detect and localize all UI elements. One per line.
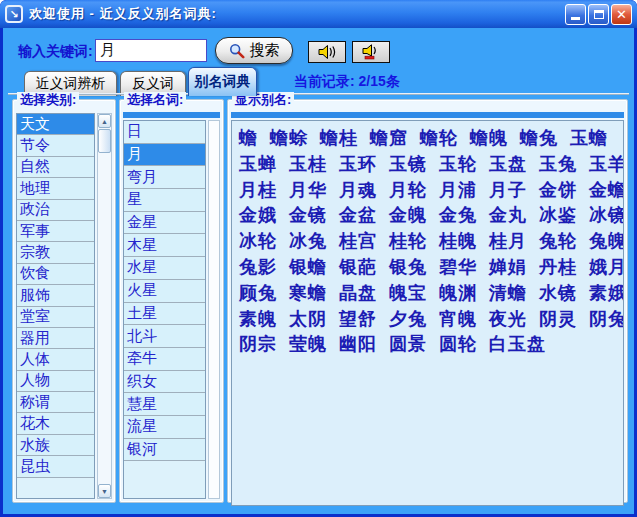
noun-item[interactable]: 星 bbox=[124, 189, 205, 212]
category-item[interactable]: 花木 bbox=[17, 413, 94, 434]
category-item[interactable]: 天文 bbox=[17, 114, 94, 135]
noun-item[interactable]: 织女 bbox=[124, 371, 205, 394]
category-item[interactable]: 水族 bbox=[17, 435, 94, 456]
speaker-mute-icon bbox=[361, 44, 381, 60]
scrollbar-thumb[interactable] bbox=[98, 129, 111, 153]
window-title: 欢迎使用 - 近义反义别名词典: bbox=[29, 5, 559, 23]
minimize-button[interactable] bbox=[565, 4, 586, 25]
record-status: 当前记录: 2/15条 bbox=[294, 73, 400, 91]
noun-legend: 选择名词: bbox=[124, 92, 186, 107]
category-item[interactable]: 饮食 bbox=[17, 264, 94, 285]
tab-alias-dictionary[interactable]: 别名词典 bbox=[188, 67, 257, 96]
scroll-down-icon[interactable]: ▼ bbox=[98, 484, 111, 498]
noun-item[interactable]: 金星 bbox=[124, 212, 205, 235]
magnifier-icon bbox=[229, 43, 245, 59]
category-scrollbar[interactable]: ▲ ▼ bbox=[97, 113, 112, 499]
category-item[interactable]: 服饰 bbox=[17, 285, 94, 306]
speaker-mute-button[interactable] bbox=[352, 41, 390, 63]
maximize-button[interactable] bbox=[588, 4, 609, 25]
alias-panel: 显示别名: 蟾 蟾蜍 蟾桂 蟾窟 蟾轮 蟾魄 蟾兔 玉蟾 玉蝉 玉桂 玉环 玉镜… bbox=[227, 99, 628, 503]
noun-scroll-track bbox=[208, 120, 220, 499]
category-item[interactable]: 自然 bbox=[17, 157, 94, 178]
noun-panel: 选择名词: 日 月 弯月 星 金星 木星 水星 火星 土星 北斗 牵牛 织女 慧… bbox=[119, 99, 224, 503]
alias-line: 玉蝉 玉桂 玉环 玉镜 玉轮 玉盘 玉兔 玉羊 bbox=[239, 152, 616, 178]
close-button[interactable]: ✕ bbox=[611, 4, 632, 25]
category-list: 天文 节令 自然 地理 政治 军事 宗教 饮食 服饰 堂室 器用 人体 人物 称… bbox=[16, 113, 95, 499]
category-item[interactable]: 堂室 bbox=[17, 307, 94, 328]
noun-item[interactable]: 木星 bbox=[124, 234, 205, 257]
speaker-icon bbox=[317, 44, 337, 60]
alias-line: 金娥 金镜 金盆 金魄 金兔 金丸 冰鉴 冰镜 bbox=[239, 203, 616, 229]
keyword-label: 输入关键词: bbox=[18, 43, 93, 61]
noun-item[interactable]: 银河 bbox=[124, 439, 205, 462]
titlebar: ↘ 欢迎使用 - 近义反义别名词典: ✕ bbox=[0, 0, 637, 28]
tabpage-top-edge bbox=[8, 93, 629, 95]
category-item[interactable]: 地理 bbox=[17, 178, 94, 199]
noun-item[interactable]: 弯月 bbox=[124, 166, 205, 189]
category-item[interactable]: 宗教 bbox=[17, 242, 94, 263]
search-button-label: 搜索 bbox=[250, 41, 280, 60]
app-icon: ↘ bbox=[5, 5, 23, 23]
scrollbar-track bbox=[98, 154, 111, 484]
noun-list: 日 月 弯月 星 金星 木星 水星 火星 土星 北斗 牵牛 织女 慧星 流星 银… bbox=[123, 120, 206, 499]
category-item[interactable]: 人体 bbox=[17, 349, 94, 370]
noun-item[interactable]: 月 bbox=[124, 144, 205, 167]
category-legend: 选择类别: bbox=[17, 92, 79, 107]
search-button[interactable]: 搜索 bbox=[215, 37, 293, 64]
category-item[interactable]: 器用 bbox=[17, 328, 94, 349]
category-panel: 选择类别: 天文 节令 自然 地理 政治 军事 宗教 饮食 服饰 堂室 器用 人… bbox=[12, 99, 116, 503]
close-icon: ✕ bbox=[616, 7, 627, 22]
category-item[interactable]: 人物 bbox=[17, 371, 94, 392]
alias-header-strip bbox=[231, 112, 624, 118]
alias-line: 冰轮 冰兔 桂宫 桂轮 桂魄 桂月 兔轮 兔魄 bbox=[239, 229, 616, 255]
noun-item[interactable]: 土星 bbox=[124, 303, 205, 326]
alias-line: 顾兔 寒蟾 晶盘 魄宝 魄渊 清蟾 水镜 素娥 bbox=[239, 281, 616, 307]
noun-header-strip bbox=[123, 112, 220, 118]
noun-item[interactable]: 牵牛 bbox=[124, 348, 205, 371]
noun-item[interactable]: 火星 bbox=[124, 280, 205, 303]
noun-item[interactable]: 慧星 bbox=[124, 393, 205, 416]
noun-item[interactable]: 流星 bbox=[124, 416, 205, 439]
noun-item[interactable]: 日 bbox=[124, 121, 205, 144]
category-item[interactable]: 节令 bbox=[17, 135, 94, 156]
category-item[interactable]: 军事 bbox=[17, 221, 94, 242]
alias-display: 蟾 蟾蜍 蟾桂 蟾窟 蟾轮 蟾魄 蟾兔 玉蟾 玉蝉 玉桂 玉环 玉镜 玉轮 玉盘… bbox=[231, 120, 624, 506]
alias-line: 阴宗 莹魄 幽阳 圆景 圆轮 白玉盘 bbox=[239, 332, 616, 358]
minimize-icon bbox=[571, 17, 580, 20]
alias-line: 蟾 蟾蜍 蟾桂 蟾窟 蟾轮 蟾魄 蟾兔 玉蟾 bbox=[239, 126, 616, 152]
category-item[interactable]: 称谓 bbox=[17, 392, 94, 413]
keyword-input[interactable] bbox=[95, 39, 207, 62]
application-window: ↘ 欢迎使用 - 近义反义别名词典: ✕ 输入关键词: 搜索 近义 bbox=[0, 0, 637, 517]
category-item[interactable]: 昆虫 bbox=[17, 456, 94, 477]
window-controls: ✕ bbox=[565, 4, 632, 25]
scroll-up-icon[interactable]: ▲ bbox=[98, 114, 111, 128]
maximize-icon bbox=[594, 10, 604, 19]
noun-item[interactable]: 北斗 bbox=[124, 325, 205, 348]
alias-line: 素魄 太阴 望舒 夕兔 宵魄 夜光 阴灵 阴兔 bbox=[239, 307, 616, 333]
alias-line: 月桂 月华 月魂 月轮 月浦 月子 金饼 金蟾 bbox=[239, 178, 616, 204]
speaker-button[interactable] bbox=[308, 41, 346, 63]
noun-item[interactable]: 水星 bbox=[124, 257, 205, 280]
category-item[interactable]: 政治 bbox=[17, 200, 94, 221]
alias-line: 兔影 银蟾 银葩 银兔 碧华 婵娟 丹桂 娥月 bbox=[239, 255, 616, 281]
